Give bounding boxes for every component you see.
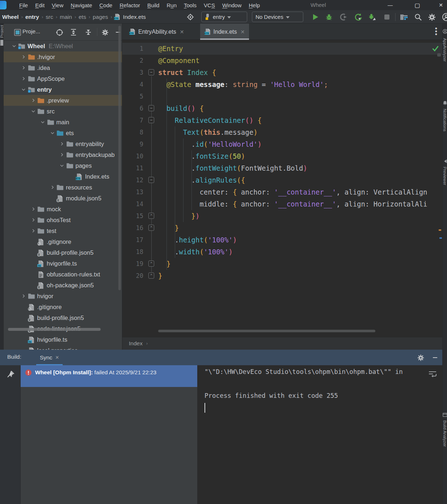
tree-item-mock[interactable]: mock [4,204,122,214]
fold-marker-icon[interactable]: ⌃ [148,225,154,231]
breadcrumb-item[interactable]: Wheel [1,14,20,20]
chevron-right-icon[interactable] [30,217,36,223]
tree-item-hvigorfile-ts[interactable]: TShvigorfile.ts [4,258,122,269]
tool-button-app-analyzer[interactable]: AppAnalyzer [443,38,447,62]
tree-item--preview[interactable]: .preview [4,95,122,106]
tree-item-src[interactable]: src [4,106,122,117]
run-icon[interactable] [311,13,320,21]
close-tab-icon[interactable]: ✕ [55,355,59,360]
menu-help[interactable]: Help [245,1,263,9]
fold-marker-icon[interactable]: − [148,177,154,183]
chevron-right-icon[interactable] [30,228,36,234]
rerun-icon[interactable] [354,13,362,21]
breadcrumb-item[interactable]: pages [92,14,109,20]
menu-run[interactable]: Run [163,1,180,9]
menu-edit[interactable]: Edit [32,1,48,9]
tree-item-test[interactable]: test [4,225,122,236]
tree-item-ohostest[interactable]: ohosTest [4,214,122,225]
code-line-13[interactable]: 13 center: { anchor: '__container__', al… [122,186,442,198]
tree-item-obfuscation-rules-txt[interactable]: obfuscation-rules.txt [4,269,122,280]
code-line-3[interactable]: 3−struct Index { [122,67,442,79]
tool-button-build-analyzer[interactable]: Build Analyzer [443,420,447,447]
chevron-right-icon[interactable] [21,65,27,71]
tree-item-ets[interactable]: ets [4,128,122,138]
code-line-8[interactable]: 8 Text(this.message) [122,126,442,138]
bell-icon[interactable] [443,100,447,107]
menu-navigate[interactable]: Navigate [67,1,95,9]
chevron-down-icon[interactable] [59,163,65,169]
menu-code[interactable]: Code [96,1,116,9]
code-line-6[interactable]: 6− build() { [122,103,442,114]
locate-file-icon[interactable] [55,28,64,37]
panel-settings-icon[interactable] [101,28,109,37]
code-line-17[interactable]: 17 .height('100%') [122,234,442,246]
tree-item-local-properties[interactable]: TSlocal.properties [4,345,122,350]
editor-tab-entryability-ets[interactable]: ETSEntryAbility.ets✕ [125,24,188,40]
tree-item-entry[interactable]: entry [4,84,122,95]
code-line-9[interactable]: 9 .id('HelloWorld') [122,138,442,150]
fold-marker-icon[interactable]: ⌃ [148,261,154,267]
fold-marker-icon[interactable]: − [148,69,154,75]
hide-panel-icon[interactable] [114,28,122,37]
chevron-right-icon[interactable] [49,184,55,191]
settings-icon[interactable] [427,13,436,21]
hide-build-panel-icon[interactable] [431,353,439,362]
code-line-12[interactable]: 12− .alignRules({ [122,174,442,186]
breadcrumb-item[interactable]: main [59,14,73,20]
maximize-button[interactable]: ▢ [409,0,425,10]
fold-marker-icon[interactable]: ⌃ [148,272,154,279]
tree-item-build-profile-json5[interactable]: {}build-profile.json5 [4,312,122,323]
build-analyzer-icon[interactable] [443,412,447,418]
code-line-2[interactable]: 2@Component [122,55,442,67]
breadcrumb-item[interactable]: src [45,14,54,20]
build-console[interactable]: "\"D:\HW\DevEco Studio\tools\ohpm\bin\oh… [197,365,442,504]
editor-horizontal-scrollbar[interactable] [158,330,375,332]
close-tab-icon[interactable]: ✕ [241,29,245,35]
code-editor[interactable]: 1@Entry2@Component3−struct Index {4 @Sta… [122,40,442,337]
code-line-5[interactable]: 5 [122,91,442,103]
device-manager-icon[interactable] [400,13,408,21]
chevron-right-icon[interactable] [30,206,36,212]
chevron-right-icon[interactable] [21,293,27,299]
breadcrumb-item[interactable]: entry [25,14,40,20]
code-line-18[interactable]: 18 .width('100%') [122,246,442,258]
fold-marker-icon[interactable]: − [148,117,154,123]
chevron-right-icon[interactable] [59,141,65,147]
debug-attach-icon[interactable] [368,13,377,21]
chevron-right-icon[interactable] [21,54,27,60]
code-line-1[interactable]: 1@Entry [122,43,442,55]
code-line-10[interactable]: 10 .fontSize(50) [122,150,442,162]
tree-item-resources[interactable]: resources [4,182,122,193]
breadcrumb-file[interactable]: Index.ets [122,14,147,20]
fold-marker-icon[interactable]: − [148,105,154,111]
tree-item--gitignore[interactable]: .gitignore [4,236,122,247]
attach-icon[interactable] [339,13,348,21]
close-button[interactable]: ✕ [433,0,447,10]
tree-item-pages[interactable]: pages [4,160,122,171]
menu-file[interactable]: File [16,1,31,9]
tree-item-main[interactable]: main [4,117,122,128]
stop-icon[interactable] [383,13,391,21]
chevron-right-icon[interactable] [59,152,65,158]
tree-item-entryability[interactable]: entryability [4,138,122,149]
tool-button-previewer[interactable]: Previewer [443,167,447,185]
tree-item-entrybackupab[interactable]: entrybackupab [4,149,122,160]
tree-item-module-json5[interactable]: {}module.json5 [4,193,122,204]
chevron-down-icon[interactable] [40,119,46,125]
debug-icon[interactable] [325,13,333,21]
app-analyzer-icon[interactable] [443,29,447,35]
tree-item-appscope[interactable]: AppScope [4,73,122,84]
menu-view[interactable]: View [49,1,67,9]
chevron-down-icon[interactable] [11,43,17,49]
tree-vertical-scrollbar[interactable] [118,26,121,290]
pin-icon[interactable] [7,370,14,380]
menu-refactor[interactable]: Refactor [116,1,143,9]
search-icon[interactable] [414,13,422,21]
profile-icon[interactable] [442,13,447,21]
kebab-icon[interactable]: ••• [435,27,437,36]
code-line-15[interactable]: 15⌃ }) [122,210,442,222]
breadcrumb-item[interactable]: ets [78,14,87,20]
tree-item-build-profile-json5[interactable]: {}build-profile.json5 [4,247,122,258]
collapse-all-icon[interactable] [84,28,93,37]
menu-build[interactable]: Build [144,1,163,9]
